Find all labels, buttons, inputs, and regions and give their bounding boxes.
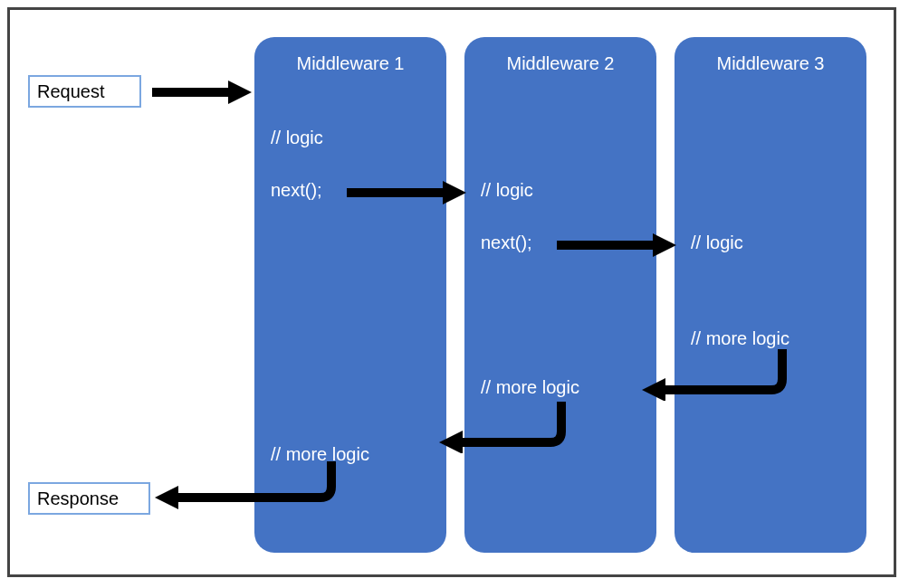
svg-marker-5	[653, 233, 676, 257]
arrow-request-to-mw1	[150, 79, 252, 106]
middleware-1-next: next();	[271, 180, 322, 201]
svg-marker-8	[155, 486, 178, 509]
middleware-2-box: Middleware 2 // logic next(); // more lo…	[464, 37, 656, 553]
svg-marker-6	[642, 378, 665, 401]
middleware-3-title: Middleware 3	[675, 53, 866, 74]
middleware-2-logic: // logic	[481, 180, 533, 201]
svg-marker-1	[228, 81, 252, 104]
middleware-1-title: Middleware 1	[254, 53, 446, 74]
arrow-mw2-to-mw1	[439, 397, 566, 453]
request-box: Request	[28, 75, 141, 108]
arrow-mw3-to-mw2	[642, 345, 787, 401]
middleware-2-title: Middleware 2	[464, 53, 656, 74]
arrow-mw1-to-response	[155, 457, 336, 513]
middleware-1-logic: // logic	[271, 128, 323, 148]
middleware-3-logic: // logic	[691, 232, 743, 253]
middleware-2-morelogic: // more logic	[481, 377, 579, 398]
middleware-3-box: Middleware 3 // logic // more logic	[675, 37, 866, 553]
response-box: Response	[28, 482, 150, 515]
outer-frame: Request Response Middleware 1 // logic n…	[7, 7, 896, 577]
response-label: Response	[37, 488, 119, 509]
middleware-2-next: next();	[481, 232, 532, 253]
diagram-canvas: Request Response Middleware 1 // logic n…	[0, 0, 909, 588]
arrow-mw1-to-mw2	[345, 179, 466, 206]
svg-marker-7	[439, 431, 463, 453]
arrow-mw2-to-mw3	[555, 232, 676, 259]
request-label: Request	[37, 81, 105, 102]
svg-marker-3	[443, 181, 466, 204]
